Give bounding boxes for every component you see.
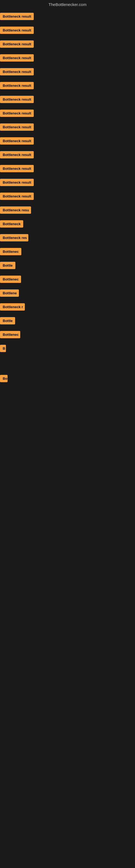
bottleneck-row: Bottleneck result — [0, 24, 135, 38]
bottleneck-badge[interactable]: Bottleneck res — [0, 234, 28, 241]
bottleneck-row: Bottleneck result — [0, 52, 135, 65]
bottleneck-badge[interactable]: Bottleneck result — [0, 110, 34, 117]
bottleneck-row — [0, 356, 135, 361]
bottleneck-badge[interactable]: Bottleneck r — [0, 303, 25, 311]
bottleneck-badge[interactable]: Bottleneck result — [0, 82, 34, 89]
bottleneck-row: Bottleneck resu — [0, 204, 135, 218]
bottleneck-row: Bottleneck result — [0, 38, 135, 52]
bottleneck-badge[interactable]: Bottlenec — [0, 276, 21, 283]
bottleneck-badge[interactable]: Bottlenec — [0, 331, 20, 338]
bottleneck-badge[interactable]: Bottleneck result — [0, 68, 34, 75]
bottleneck-row — [0, 367, 135, 372]
bottleneck-row: Bottleneck res — [0, 231, 135, 245]
bottleneck-row — [0, 392, 135, 397]
bottleneck-row: Bottleneck result — [0, 190, 135, 204]
bottleneck-badge[interactable]: Bottleneck result — [0, 13, 34, 20]
bottleneck-badge[interactable]: Bottle — [0, 317, 15, 324]
bottleneck-badge[interactable]: Bottleneck result — [0, 40, 34, 48]
bottleneck-badge[interactable]: Bottleneck result — [0, 123, 34, 131]
bottleneck-badge[interactable]: Bottleneck result — [0, 165, 34, 172]
bottleneck-row: Bottlene — [0, 287, 135, 301]
bottleneck-row — [0, 386, 135, 392]
bottleneck-badge[interactable]: B — [0, 345, 6, 352]
bottleneck-badge[interactable]: Bottleneck result — [0, 96, 34, 103]
bottleneck-badge[interactable]: Bottle — [0, 262, 15, 269]
bottleneck-row: Bo — [0, 372, 135, 386]
bottleneck-badge[interactable]: Bottleneck result — [0, 137, 34, 145]
bottleneck-row: Bottleneck result — [0, 93, 135, 107]
bottleneck-row — [0, 397, 135, 402]
bottleneck-row: Bottlenec — [0, 273, 135, 287]
bottleneck-row: Bottleneck result — [0, 162, 135, 176]
bottleneck-row: Bottleneck — [0, 218, 135, 231]
bottleneck-badge[interactable]: Bottleneck result — [0, 193, 34, 200]
site-title: TheBottlenecker.com — [49, 2, 87, 7]
site-header: TheBottlenecker.com — [0, 0, 135, 10]
bottleneck-row: Bottleneck result — [0, 134, 135, 148]
bottleneck-badge[interactable]: Bottleneck result — [0, 54, 34, 62]
rows-container: Bottleneck resultBottleneck resultBottle… — [0, 10, 135, 402]
bottleneck-badge[interactable]: Bottlenec — [0, 248, 21, 255]
bottleneck-row: Bottle — [0, 259, 135, 273]
bottleneck-badge[interactable]: Bottleneck resu — [0, 207, 31, 214]
bottleneck-row: Bottleneck result — [0, 148, 135, 162]
bottleneck-row: Bottleneck result — [0, 121, 135, 134]
bottleneck-row — [0, 361, 135, 367]
bottleneck-row: Bottleneck result — [0, 10, 135, 24]
bottleneck-row: B — [0, 342, 135, 356]
bottleneck-row: Bottlenec — [0, 328, 135, 342]
bottleneck-row: Bottlenec — [0, 245, 135, 259]
bottleneck-badge[interactable]: Bottleneck result — [0, 27, 34, 34]
bottleneck-row: Bottle — [0, 314, 135, 328]
bottleneck-row: Bottleneck r — [0, 301, 135, 314]
bottleneck-badge[interactable]: Bottlene — [0, 289, 19, 297]
bottleneck-row: Bottleneck result — [0, 107, 135, 121]
bottleneck-row: Bottleneck result — [0, 176, 135, 190]
bottleneck-badge[interactable]: Bottleneck result — [0, 179, 34, 186]
bottleneck-badge[interactable]: Bottleneck result — [0, 151, 34, 158]
bottleneck-row: Bottleneck result — [0, 65, 135, 79]
bottleneck-row: Bottleneck result — [0, 79, 135, 93]
bottleneck-badge[interactable]: Bottleneck — [0, 220, 23, 227]
bottleneck-badge[interactable]: Bo — [0, 375, 8, 382]
